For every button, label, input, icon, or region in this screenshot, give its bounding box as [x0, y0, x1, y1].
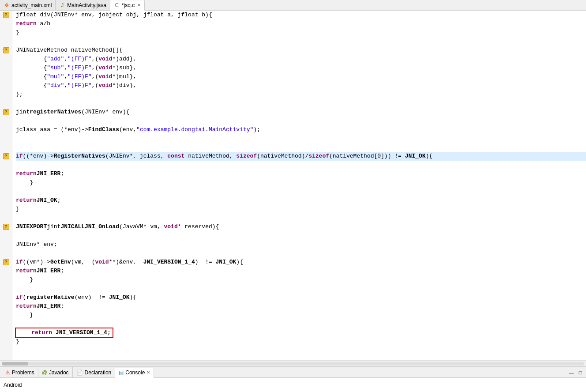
breakpoint-marker-5: ?: [3, 47, 9, 53]
code-line-13[interactable]: [16, 117, 586, 125]
code-line-11[interactable]: [16, 99, 586, 108]
gutter-line-15: [0, 134, 12, 143]
gutter-line-6: [0, 55, 12, 64]
gutter-line-4: [0, 37, 12, 46]
bottom-tab-label-declaration: Declaration: [85, 369, 112, 376]
code-line-22[interactable]: return JNI_OK;: [16, 196, 586, 205]
code-line-12[interactable]: jint registerNatives(JNIEnv* env){: [16, 108, 586, 117]
code-line-26[interactable]: [16, 231, 586, 240]
code-line-34[interactable]: return JNI_ERR;: [16, 302, 586, 311]
bottom-tab-label-problems: Problems: [12, 369, 34, 376]
code-line-28[interactable]: [16, 249, 586, 258]
code-line-4[interactable]: [16, 37, 586, 46]
breakpoint-marker-17: ?: [3, 153, 9, 159]
bottom-tab-label-javadoc: Javadoc: [49, 369, 69, 376]
java-file-icon: J: [59, 2, 65, 8]
code-line-36[interactable]: [16, 320, 586, 328]
code-line-23[interactable]: }: [16, 205, 586, 214]
gutter-line-29: ?: [0, 258, 12, 267]
code-line-14[interactable]: jclass aaa = (*env)->FindClass(env,"com.…: [16, 125, 586, 134]
tab-jsq-c[interactable]: C *jsq.c ✕: [110, 0, 145, 11]
gutter-line-35: [0, 311, 12, 320]
bottom-tab-bar: ⚠ Problems @ Javadoc 📄 Declaration ▤ Con…: [0, 367, 586, 378]
gutter-line-37: [0, 328, 12, 337]
boxed-statement-37: return JNI_VERSION_1_4;: [16, 328, 113, 337]
line-gutter: ??????: [0, 11, 12, 360]
code-line-29[interactable]: if((vm*)->GetEnv(vm, (void**)&env, JNI_V…: [16, 258, 586, 267]
breakpoint-marker-1: ?: [3, 12, 9, 18]
code-content[interactable]: jfloat div(JNIEnv* env, jobject obj, jfl…: [12, 11, 586, 360]
code-line-32[interactable]: [16, 284, 586, 293]
gutter-line-26: [0, 231, 12, 240]
gutter-line-28: [0, 249, 12, 258]
code-line-9[interactable]: {"div","(FF)F",(void*)div},: [16, 81, 586, 90]
gutter-line-12: ?: [0, 108, 12, 117]
gutter-line-8: [0, 72, 12, 81]
gutter-line-27: [0, 240, 12, 249]
gutter-line-7: [0, 64, 12, 72]
bottom-panel: ⚠ Problems @ Javadoc 📄 Declaration ▤ Con…: [0, 366, 586, 392]
code-line-33[interactable]: if(registerNative(env) != JNI_OK){: [16, 293, 586, 302]
tab-activity-main-xml[interactable]: ❖ activity_main.xml: [0, 0, 56, 10]
bottom-tab-declaration[interactable]: 📄 Declaration: [73, 367, 116, 377]
console-icon: ▤: [119, 369, 124, 376]
gutter-line-22: [0, 196, 12, 205]
code-line-10[interactable]: };: [16, 90, 586, 99]
code-line-6[interactable]: {"add","(FF)F",(void*)add},: [16, 55, 586, 64]
gutter-line-24: [0, 214, 12, 222]
console-tab-close[interactable]: ✕: [146, 370, 150, 375]
tab-close-jsq-c[interactable]: ✕: [137, 3, 141, 8]
code-line-30[interactable]: return JNI_ERR;: [16, 267, 586, 275]
code-line-19[interactable]: return JNI_ERR;: [16, 170, 586, 178]
breakpoint-marker-12: ?: [3, 109, 9, 115]
gutter-line-34: [0, 302, 12, 311]
code-line-39[interactable]: [16, 346, 586, 355]
gutter-line-23: [0, 205, 12, 214]
c-file-icon: C: [114, 2, 120, 8]
gutter-line-39: [0, 346, 12, 355]
code-line-16[interactable]: [16, 143, 586, 152]
gutter-line-5: ?: [0, 46, 12, 55]
code-line-7[interactable]: {"sub","(FF)F",(void*)sub},: [16, 64, 586, 72]
code-line-17[interactable]: if((*env)->RegisterNatives(JNIEnv*, jcla…: [16, 152, 586, 161]
code-line-1[interactable]: jfloat div(JNIEnv* env, jobject obj, jfl…: [16, 11, 586, 19]
code-line-31[interactable]: }: [16, 275, 586, 284]
gutter-line-10: [0, 90, 12, 99]
code-line-27[interactable]: JNIEnv* env;: [16, 240, 586, 249]
gutter-line-14: [0, 125, 12, 134]
bottom-tab-console[interactable]: ▤ Console ✕: [115, 368, 154, 378]
breakpoint-marker-29: ?: [3, 259, 9, 265]
code-line-21[interactable]: [16, 187, 586, 196]
bottom-tab-javadoc[interactable]: @ Javadoc: [38, 367, 73, 377]
code-line-38[interactable]: }: [16, 337, 586, 346]
scroll-track[interactable]: [2, 362, 584, 366]
maximize-panel-button[interactable]: □: [576, 369, 584, 377]
breakpoint-marker-25: ?: [3, 224, 9, 230]
code-line-wrapper-37: return JNI_VERSION_1_4;: [16, 328, 586, 337]
gutter-line-21: [0, 187, 12, 196]
gutter-line-2: [0, 19, 12, 28]
code-line-8[interactable]: {"mul","(FF)F",(void*)mul},: [16, 72, 586, 81]
tab-main-activity-java[interactable]: J MainActivity.java: [56, 0, 110, 10]
code-line-15[interactable]: [16, 134, 586, 143]
bottom-tab-problems[interactable]: ⚠ Problems: [2, 367, 38, 377]
scroll-thumb[interactable]: [2, 362, 28, 366]
code-line-5[interactable]: JNINativeMethod nativeMethod[]{: [16, 46, 586, 55]
gutter-line-17: ?: [0, 152, 12, 161]
code-line-2[interactable]: return a/b: [16, 19, 586, 28]
gutter-line-32: [0, 284, 12, 293]
code-line-18[interactable]: [16, 161, 586, 170]
code-line-3[interactable]: }: [16, 28, 586, 37]
code-line-25[interactable]: JNIEXPORT jint JNICALL JNI_OnLoad(JavaVM…: [16, 222, 586, 231]
horizontal-scrollbar[interactable]: [0, 360, 586, 366]
gutter-line-16: [0, 143, 12, 152]
code-line-20[interactable]: }: [16, 178, 586, 187]
code-line-24[interactable]: [16, 214, 586, 222]
minimize-panel-button[interactable]: ―: [567, 369, 575, 377]
gutter-line-33: [0, 293, 12, 302]
gutter-line-11: [0, 99, 12, 108]
code-line-35[interactable]: }: [16, 311, 586, 320]
gutter-line-36: [0, 320, 12, 328]
javadoc-icon: @: [42, 369, 47, 376]
tab-label-jsq-c: *jsq.c: [122, 2, 135, 8]
